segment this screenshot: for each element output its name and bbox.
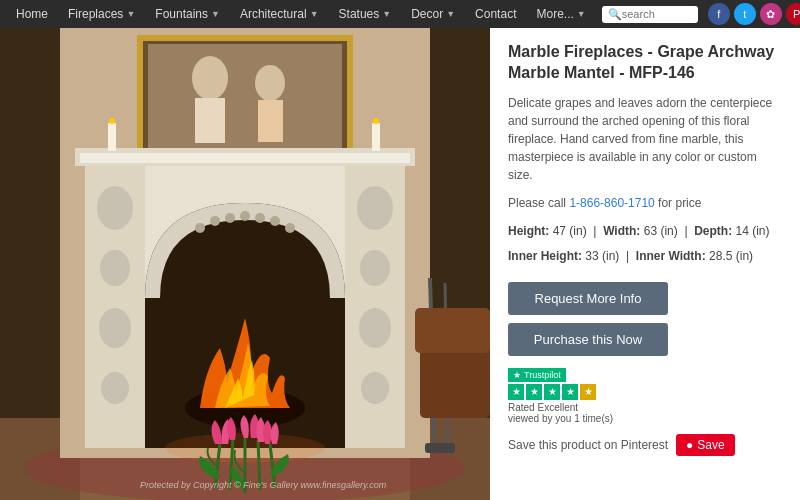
nav-architectural-label: Architectural [240, 7, 307, 21]
nav-fountains[interactable]: Fountains ▼ [147, 3, 228, 25]
nav-more[interactable]: More... ▼ [528, 3, 593, 25]
chevron-down-icon: ▼ [382, 9, 391, 19]
svg-point-22 [359, 308, 391, 348]
product-phone-info: Please call 1-866-860-1710 for price [508, 196, 782, 210]
svg-point-28 [225, 213, 235, 223]
width-value: 63 (in) [644, 224, 678, 238]
star-4: ★ [562, 384, 578, 400]
svg-point-21 [360, 250, 390, 286]
svg-rect-12 [258, 100, 283, 142]
product-description: Delicate grapes and leaves adorn the cen… [508, 94, 782, 184]
star-3: ★ [544, 384, 560, 400]
pinterest-icon[interactable]: P [786, 3, 800, 25]
svg-point-46 [109, 118, 115, 124]
svg-point-27 [210, 216, 220, 226]
svg-point-23 [361, 372, 389, 404]
chevron-down-icon: ▼ [211, 9, 220, 19]
width-label: Width: [603, 224, 640, 238]
product-image-container: Protected by Copyright © Fine's Gallery … [0, 28, 490, 500]
svg-rect-47 [372, 123, 380, 151]
product-inner-dimensions: Inner Height: 33 (in) | Inner Width: 28.… [508, 247, 782, 266]
nav-contact-label: Contact [475, 7, 516, 21]
search-box[interactable]: 🔍 [602, 6, 698, 23]
facebook-icon[interactable]: f [708, 3, 730, 25]
svg-text:Protected by Copyright © Fine': Protected by Copyright © Fine's Gallery … [140, 480, 387, 490]
phone-prefix: Please call [508, 196, 569, 210]
save-icon: ● [686, 438, 693, 452]
svg-point-29 [240, 211, 250, 221]
save-label: Save [697, 438, 724, 452]
chevron-down-icon: ▼ [310, 9, 319, 19]
inner-height-value: 33 (in) [585, 249, 619, 263]
svg-point-9 [192, 56, 228, 100]
svg-point-32 [285, 223, 295, 233]
search-input[interactable] [622, 8, 692, 20]
nav-architectural[interactable]: Architectural ▼ [232, 3, 327, 25]
svg-rect-7 [148, 44, 342, 150]
svg-point-15 [97, 186, 133, 230]
phone-link[interactable]: 1-866-860-1710 [569, 196, 654, 210]
search-icon: 🔍 [608, 8, 622, 21]
trustpilot-star-icon: ★ [513, 370, 521, 380]
svg-point-18 [101, 372, 129, 404]
social-links: f t ✿ P Fine's Gallery [708, 3, 800, 25]
svg-rect-37 [425, 443, 455, 453]
trustpilot-rated: Rated Excellent [508, 402, 578, 413]
inner-height-label: Inner Height: [508, 249, 582, 263]
request-info-button[interactable]: Request More Info [508, 282, 668, 315]
instagram-icon[interactable]: ✿ [760, 3, 782, 25]
pinterest-text: Save this product on Pinterest [508, 438, 668, 452]
svg-rect-25 [80, 153, 410, 163]
nav-more-label: More... [536, 7, 573, 21]
pinterest-save-button[interactable]: ● Save [676, 434, 735, 456]
nav-contact[interactable]: Contact [467, 3, 524, 25]
nav-fireplaces[interactable]: Fireplaces ▼ [60, 3, 143, 25]
trustpilot-section: ★ Trustpilot ★ ★ ★ ★ ★ Rated Excellent v… [508, 368, 782, 424]
phone-suffix: for price [655, 196, 702, 210]
svg-point-26 [195, 223, 205, 233]
trustpilot-label: Trustpilot [524, 370, 561, 380]
chevron-down-icon: ▼ [126, 9, 135, 19]
nav-decor-label: Decor [411, 7, 443, 21]
trustpilot-viewed: viewed by you 1 time(s) [508, 413, 613, 424]
svg-point-20 [357, 186, 393, 230]
purchase-button[interactable]: Purchase this Now [508, 323, 668, 356]
main-content: Protected by Copyright © Fine's Gallery … [0, 28, 800, 500]
trustpilot-badge: ★ Trustpilot ★ ★ ★ ★ ★ Rated Excellent v… [508, 368, 613, 424]
nav-home[interactable]: Home [8, 3, 56, 25]
nav-fireplaces-label: Fireplaces [68, 7, 123, 21]
trustpilot-logo: ★ Trustpilot [508, 368, 566, 382]
nav-statues[interactable]: Statues ▼ [331, 3, 400, 25]
chevron-down-icon: ▼ [577, 9, 586, 19]
product-title: Marble Fireplaces - Grape Archway Marble… [508, 42, 782, 84]
svg-point-30 [255, 213, 265, 223]
twitter-icon[interactable]: t [734, 3, 756, 25]
trustpilot-stars: ★ ★ ★ ★ ★ [508, 384, 596, 400]
star-5: ★ [580, 384, 596, 400]
main-nav: Home Fireplaces ▼ Fountains ▼ Architectu… [0, 0, 800, 28]
inner-width-value: 28.5 (in) [709, 249, 753, 263]
height-label: Height: [508, 224, 549, 238]
inner-width-label: Inner Width: [636, 249, 706, 263]
nav-decor[interactable]: Decor ▼ [403, 3, 463, 25]
nav-statues-label: Statues [339, 7, 380, 21]
star-1: ★ [508, 384, 524, 400]
svg-point-31 [270, 216, 280, 226]
svg-point-17 [99, 308, 131, 348]
svg-point-16 [100, 250, 130, 286]
pinterest-area: Save this product on Pinterest ● Save [508, 434, 782, 456]
svg-rect-39 [415, 308, 490, 353]
chevron-down-icon: ▼ [446, 9, 455, 19]
nav-home-label: Home [16, 7, 48, 21]
product-dimensions: Height: 47 (in) | Width: 63 (in) | Depth… [508, 222, 782, 241]
star-2: ★ [526, 384, 542, 400]
height-value: 47 (in) [553, 224, 587, 238]
nav-fountains-label: Fountains [155, 7, 208, 21]
svg-rect-45 [108, 123, 116, 151]
depth-value: 14 (in) [736, 224, 770, 238]
svg-point-48 [373, 118, 379, 124]
product-info-panel: Marble Fireplaces - Grape Archway Marble… [490, 28, 800, 500]
svg-rect-11 [195, 98, 225, 143]
depth-label: Depth: [694, 224, 732, 238]
svg-point-10 [255, 65, 285, 101]
